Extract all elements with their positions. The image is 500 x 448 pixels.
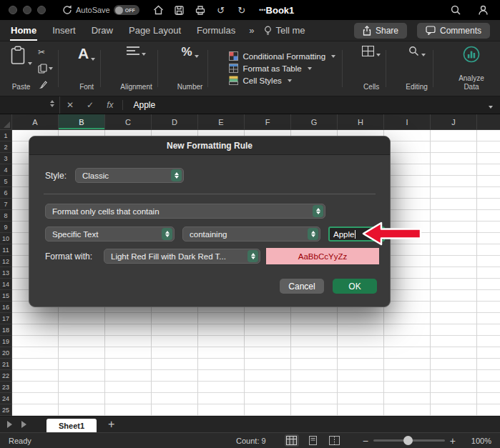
search-button[interactable]	[448, 3, 463, 17]
cell-styles-button[interactable]: Cell Styles	[227, 75, 293, 86]
column-header-a[interactable]: A	[12, 114, 59, 130]
column-header-e[interactable]: E	[198, 114, 245, 130]
condition-type-dropdown[interactable]: Specific Text	[45, 227, 175, 242]
row-header-16[interactable]: 16	[0, 302, 11, 313]
style-label: Style:	[45, 171, 67, 181]
row-header-23[interactable]: 23	[0, 382, 11, 393]
redo-button[interactable]: ↻	[235, 3, 249, 17]
cut-button[interactable]: ✂	[38, 47, 53, 57]
maximize-window-button[interactable]	[37, 6, 46, 14]
row-header-3[interactable]: 3	[0, 153, 11, 164]
formula-input[interactable]: Apple	[123, 100, 489, 110]
name-box-stepper-icon[interactable]	[50, 100, 54, 107]
editing-group[interactable]: Editing	[400, 44, 433, 94]
condition-operator-dropdown[interactable]: containing	[182, 227, 320, 242]
row-header-7[interactable]: 7	[0, 199, 11, 210]
zoom-in-button[interactable]: +	[445, 435, 461, 447]
print-button[interactable]	[193, 3, 207, 17]
format-as-table-button[interactable]: Format as Table	[227, 63, 313, 74]
row-header-8[interactable]: 8	[0, 210, 11, 221]
copy-button[interactable]	[38, 64, 53, 74]
row-header-24[interactable]: 24	[0, 393, 11, 404]
row-header-14[interactable]: 14	[0, 279, 11, 290]
insert-function-button[interactable]: fx	[100, 100, 123, 110]
status-mode: Ready	[9, 437, 31, 445]
column-header-i[interactable]: I	[384, 114, 431, 130]
close-window-button[interactable]	[9, 6, 17, 14]
style-dropdown[interactable]: Classic	[75, 168, 184, 183]
row-header-17[interactable]: 17	[0, 313, 11, 324]
row-header-22[interactable]: 22	[0, 370, 11, 382]
row-header-6[interactable]: 6	[0, 187, 11, 199]
column-header-h[interactable]: H	[338, 114, 384, 130]
name-box[interactable]	[0, 96, 60, 114]
save-button[interactable]	[172, 3, 187, 17]
format-style-dropdown[interactable]: Light Red Fill with Dark Red T...	[104, 249, 260, 264]
zoom-slider[interactable]	[373, 439, 445, 442]
autosave-control[interactable]: AutoSave OFF	[62, 5, 139, 15]
zoom-out-button[interactable]: −	[358, 435, 373, 447]
tab-insert[interactable]: Insert	[52, 20, 77, 41]
share-button[interactable]: Share	[354, 23, 407, 39]
comments-button[interactable]: Comments	[417, 23, 490, 39]
column-header-d[interactable]: D	[152, 114, 198, 130]
tell-me-button[interactable]: Tell me	[264, 25, 305, 36]
row-header-2[interactable]: 2	[0, 141, 11, 153]
select-all-corner[interactable]	[0, 114, 12, 130]
add-sheet-button[interactable]: +	[108, 419, 114, 430]
row-header-5[interactable]: 5	[0, 176, 11, 187]
format-painter-button[interactable]	[38, 80, 53, 89]
column-header-c[interactable]: C	[105, 114, 152, 130]
formula-bar-expand-button[interactable]	[489, 99, 500, 111]
number-group[interactable]: % Number	[172, 44, 209, 94]
row-header-15[interactable]: 15	[0, 290, 11, 302]
normal-view-button[interactable]	[285, 434, 299, 447]
row-header-18[interactable]: 18	[0, 324, 11, 336]
alignment-group[interactable]: Alignment	[114, 44, 157, 94]
row-header-20[interactable]: 20	[0, 347, 11, 359]
row-header-1[interactable]: 1	[0, 130, 11, 141]
tab-formulas[interactable]: Formulas	[196, 20, 236, 41]
row-header-19[interactable]: 19	[0, 336, 11, 347]
sheet-nav-prev-icon[interactable]	[7, 421, 12, 428]
conditional-formatting-button[interactable]: Conditional Formatting	[227, 51, 337, 61]
sheet-tab-sheet1[interactable]: Sheet1	[46, 419, 97, 432]
row-header-4[interactable]: 4	[0, 164, 11, 176]
tab-draw[interactable]: Draw	[91, 20, 114, 41]
tab-page-layout[interactable]: Page Layout	[128, 20, 182, 41]
column-header-g[interactable]: G	[291, 114, 338, 130]
row-header-13[interactable]: 13	[0, 267, 11, 279]
cancel-button[interactable]: Cancel	[280, 279, 324, 294]
row-header-25[interactable]: 25	[0, 404, 11, 416]
font-group[interactable]: A Font	[72, 44, 101, 94]
row-header-10[interactable]: 10	[0, 233, 11, 244]
tab-home[interactable]: Home	[10, 20, 37, 41]
column-header-j[interactable]: J	[431, 114, 477, 130]
zoom-slider-thumb[interactable]	[403, 436, 413, 445]
row-header-9[interactable]: 9	[0, 221, 11, 233]
minimize-window-button[interactable]	[23, 6, 31, 14]
page-layout-view-button[interactable]	[306, 434, 320, 447]
confirm-entry-button[interactable]: ✓	[80, 100, 100, 110]
cancel-entry-button[interactable]: ✕	[60, 100, 80, 110]
autosave-toggle[interactable]: OFF	[114, 5, 139, 15]
paste-button[interactable]: Paste	[10, 46, 32, 91]
cells-group[interactable]: Cells	[356, 44, 386, 94]
rule-type-dropdown[interactable]: Format only cells that contain	[45, 204, 325, 219]
page-break-view-button[interactable]	[328, 434, 342, 447]
sheet-nav-next-icon[interactable]	[21, 421, 26, 428]
tabs-overflow-button[interactable]: »	[249, 25, 254, 36]
column-header-b[interactable]: B	[59, 114, 105, 130]
undo-button[interactable]: ↺	[214, 3, 228, 17]
analyze-data-group[interactable]: Analyze Data	[447, 44, 496, 94]
column-header-f[interactable]: F	[245, 114, 291, 130]
row-header-11[interactable]: 11	[0, 244, 11, 256]
text-caret	[355, 230, 356, 239]
ok-button[interactable]: OK	[333, 279, 377, 294]
rule-type-value: Format only cells that contain	[52, 207, 308, 216]
row-header-12[interactable]: 12	[0, 256, 11, 267]
search-icon	[451, 5, 461, 15]
row-header-21[interactable]: 21	[0, 359, 11, 370]
home-quick-button[interactable]	[152, 3, 166, 17]
account-button[interactable]	[476, 3, 490, 17]
